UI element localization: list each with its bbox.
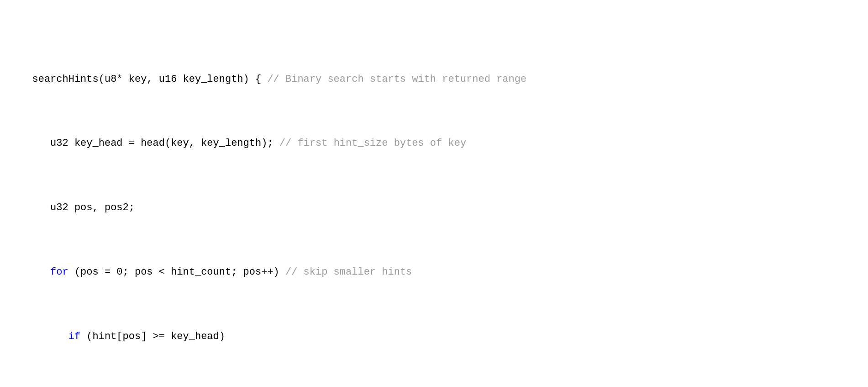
code-line-3: u32 pos, pos2; xyxy=(32,200,836,216)
code-text: u32 key_head = head(key, key_length); xyxy=(32,138,279,149)
code-text: (pos = 0; pos < hint_count; pos++) xyxy=(68,266,285,278)
code-line-2: u32 key_head = head(key, key_length); //… xyxy=(32,135,836,151)
comment-text: // first hint_size bytes of key xyxy=(279,138,466,149)
code-text: (hint[pos] >= key_head) xyxy=(80,331,225,342)
code-text: searchHints(u8* key, u16 key_length) { xyxy=(32,74,268,85)
code-block: searchHints(u8* key, u16 key_length) { /… xyxy=(19,14,850,387)
code-text xyxy=(32,331,68,342)
page-container: searchHints(u8* key, u16 key_length) { /… xyxy=(19,14,850,387)
code-line-1: searchHints(u8* key, u16 key_length) { /… xyxy=(32,71,836,87)
code-text: u32 pos, pos2; xyxy=(32,202,135,213)
keyword-if: if xyxy=(68,331,80,342)
code-line-5: if (hint[pos] >= key_head) xyxy=(32,329,836,345)
code-line-4: for (pos = 0; pos < hint_count; pos++) /… xyxy=(32,264,836,280)
code-text xyxy=(32,266,51,278)
keyword-for: for xyxy=(50,266,68,278)
comment-text: // Binary search starts with returned ra… xyxy=(267,74,526,85)
comment-text: // skip smaller hints xyxy=(285,266,412,278)
